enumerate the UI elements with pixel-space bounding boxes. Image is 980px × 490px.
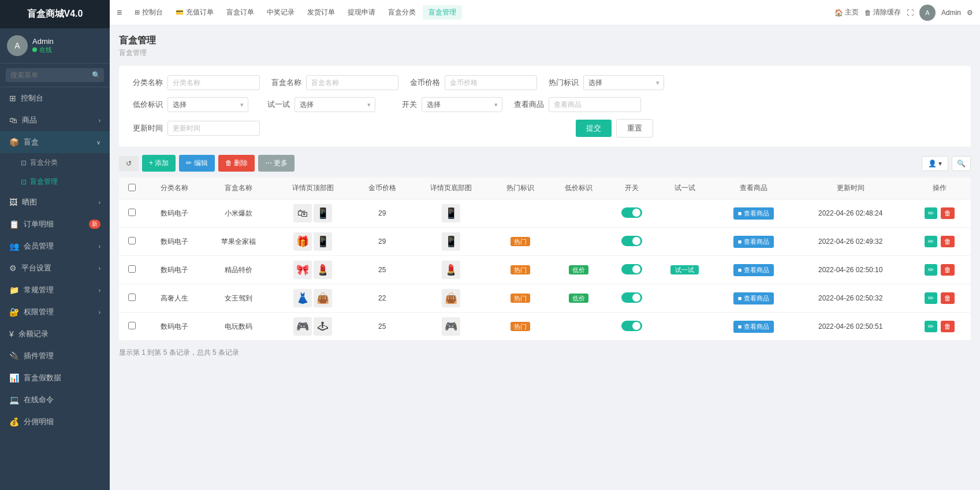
tab-shipment[interactable]: 发货订单 bbox=[301, 5, 341, 20]
category-input[interactable] bbox=[167, 75, 260, 90]
sidebar-item-dashboard[interactable]: ⊞ 控制台 bbox=[0, 87, 110, 109]
more-button[interactable]: ⋯ 更多 bbox=[258, 155, 295, 172]
edit-row-btn[interactable]: ✏ bbox=[925, 236, 937, 247]
switch-toggle[interactable] bbox=[621, 264, 642, 274]
pagination-info: 显示第 1 到第 5 条记录，总共 5 条记录 bbox=[119, 348, 971, 358]
general-icon: 📁 bbox=[9, 285, 19, 295]
sidebar-item-balance[interactable]: ¥ 余额记录 bbox=[0, 323, 110, 345]
row-select-checkbox[interactable] bbox=[128, 322, 136, 329]
sidebar-item-goods[interactable]: 🛍 商品 › bbox=[0, 109, 110, 131]
gold-price-input[interactable] bbox=[445, 75, 537, 90]
edit-row-btn[interactable]: ✏ bbox=[925, 321, 937, 332]
clear-cache-btn[interactable]: 🗑 清除缓存 bbox=[865, 8, 901, 17]
view-goods-btn[interactable]: ■ 查看商品 bbox=[733, 236, 774, 248]
delete-row-btn[interactable]: 🗑 bbox=[941, 292, 955, 304]
filter-update-time: 更新时间 bbox=[131, 121, 260, 136]
filter-row-1: 分类名称 盲盒名称 金币价格 热门标识 选择 热门 bbox=[131, 75, 959, 90]
try-select[interactable]: 选择 开启 关闭 bbox=[295, 97, 375, 112]
refresh-button[interactable]: ↺ bbox=[119, 156, 139, 171]
switch-toggle[interactable] bbox=[621, 321, 642, 331]
box-name-input[interactable] bbox=[306, 75, 398, 90]
tab-withdraw[interactable]: 提现申请 bbox=[342, 5, 381, 20]
edit-row-btn[interactable]: ✏ bbox=[925, 207, 937, 219]
switch-toggle[interactable] bbox=[621, 292, 642, 303]
tab-dashboard[interactable]: ⊞ 控制台 bbox=[129, 5, 169, 20]
view-goods-btn[interactable]: ■ 查看商品 bbox=[733, 321, 774, 333]
home-btn[interactable]: 🏠 主页 bbox=[834, 8, 859, 17]
tab-label: 盲盒管理 bbox=[428, 8, 456, 17]
tab-box-category[interactable]: 盲盒分类 bbox=[382, 5, 422, 20]
filter-category: 分类名称 bbox=[131, 75, 260, 90]
menu-toggle[interactable]: ≡ bbox=[117, 8, 122, 18]
tab-label: 提现申请 bbox=[348, 8, 375, 17]
row-select-checkbox[interactable] bbox=[128, 237, 136, 244]
row-price: 29 bbox=[353, 199, 411, 228]
row-switch[interactable] bbox=[608, 199, 655, 228]
page-title: 盲盒管理 bbox=[119, 35, 971, 47]
hot-tag: 热门 bbox=[511, 237, 530, 246]
row-hot: 热门 bbox=[491, 313, 550, 341]
edit-row-btn[interactable]: ✏ bbox=[925, 264, 937, 276]
row-bottom-img: 🎮 bbox=[411, 313, 491, 341]
view-goods-btn[interactable]: ■ 查看商品 bbox=[733, 292, 774, 305]
row-view: ■ 查看商品 bbox=[714, 284, 792, 313]
row-select-checkbox[interactable] bbox=[128, 294, 136, 301]
hot-tag-select[interactable]: 选择 热门 非热门 bbox=[583, 75, 664, 90]
sidebar-item-blueprint[interactable]: 🖼 晒图 › bbox=[0, 191, 110, 213]
sidebar-item-blindbox[interactable]: 📦 盲盒 ∨ bbox=[0, 131, 110, 153]
table-search-button[interactable]: 🔍 bbox=[952, 156, 971, 171]
row-hot: 热门 bbox=[491, 256, 550, 284]
switch-toggle[interactable] bbox=[621, 207, 642, 218]
topnav-right: 🏠 主页 🗑 清除缓存 ⛶ A Admin ⚙ bbox=[834, 5, 973, 21]
sidebar-item-plugins[interactable]: 🔌 插件管理 bbox=[0, 345, 110, 367]
settings-btn[interactable]: ⚙ bbox=[967, 9, 973, 17]
switch-toggle[interactable] bbox=[621, 236, 642, 246]
delete-row-btn[interactable]: 🗑 bbox=[941, 236, 955, 247]
sidebar-item-members[interactable]: 👥 会员管理 › bbox=[0, 235, 110, 257]
row-name: 小米爆款 bbox=[204, 199, 273, 228]
add-button[interactable]: + 添加 bbox=[142, 155, 176, 172]
row-checkbox bbox=[119, 256, 146, 284]
sidebar-item-general[interactable]: 📁 常规管理 › bbox=[0, 279, 110, 301]
view-goods-btn[interactable]: ■ 查看商品 bbox=[733, 264, 774, 276]
edit-row-btn[interactable]: ✏ bbox=[925, 292, 937, 304]
tab-recharge[interactable]: 💳 充值订单 bbox=[170, 5, 219, 20]
view-goods-input[interactable] bbox=[549, 97, 641, 112]
update-time-input[interactable] bbox=[167, 121, 260, 136]
row-actions: ✏ 🗑 bbox=[908, 228, 971, 256]
row-time: 2022-04-26 02:49:32 bbox=[792, 228, 908, 256]
sidebar-item-perms[interactable]: 🔐 权限管理 › bbox=[0, 301, 110, 323]
user-sort-button[interactable]: 👤 ▾ bbox=[922, 156, 948, 171]
col-hot: 热门标识 bbox=[491, 177, 550, 199]
select-all-checkbox[interactable] bbox=[128, 184, 136, 191]
table-row: 数码电子 精品特价 🎀 💄 25 💄 bbox=[119, 256, 971, 284]
sidebar-item-box-data[interactable]: 📊 盲盒假数据 bbox=[0, 367, 110, 389]
row-select-checkbox[interactable] bbox=[128, 209, 136, 216]
delete-row-btn[interactable]: 🗑 bbox=[941, 264, 955, 276]
sidebar-item-platform[interactable]: ⚙ 平台设置 › bbox=[0, 257, 110, 279]
edit-button[interactable]: ✏ 编辑 bbox=[179, 155, 214, 172]
search-input[interactable] bbox=[6, 68, 104, 82]
low-tag-select[interactable]: 选择 低价 非低价 bbox=[167, 97, 248, 112]
sidebar-item-orders[interactable]: 📋 订单明细 新 bbox=[0, 213, 110, 235]
row-time: 2022-04-26 02:50:32 bbox=[792, 284, 908, 313]
tab-lottery[interactable]: 中奖记录 bbox=[261, 5, 300, 20]
submit-button[interactable]: 提交 bbox=[576, 120, 612, 137]
reset-button[interactable]: 重置 bbox=[616, 119, 653, 138]
sidebar-subitem-box-category[interactable]: ⊡ 盲盒分类 bbox=[0, 153, 110, 172]
avatar: A bbox=[7, 35, 28, 56]
tab-box-manage[interactable]: 盲盒管理 bbox=[423, 5, 462, 20]
fullscreen-btn[interactable]: ⛶ bbox=[907, 9, 914, 17]
switch-select[interactable]: 选择 开启 关闭 bbox=[422, 97, 502, 112]
row-select-checkbox[interactable] bbox=[128, 265, 136, 273]
sidebar-item-online-cmd[interactable]: 💻 在线命令 bbox=[0, 389, 110, 411]
tab-box-orders[interactable]: 盲盒订单 bbox=[221, 5, 260, 20]
delete-row-btn[interactable]: 🗑 bbox=[941, 321, 955, 332]
row-checkbox bbox=[119, 228, 146, 256]
sidebar-item-commission[interactable]: 💰 分佣明细 bbox=[0, 411, 110, 433]
sidebar-subitem-box-manage[interactable]: ⊡ 盲盒管理 bbox=[0, 172, 110, 191]
delete-button[interactable]: 🗑 删除 bbox=[218, 155, 255, 172]
delete-row-btn[interactable]: 🗑 bbox=[941, 207, 955, 219]
view-goods-btn[interactable]: ■ 查看商品 bbox=[733, 207, 774, 220]
category-label: 分类名称 bbox=[131, 77, 163, 88]
